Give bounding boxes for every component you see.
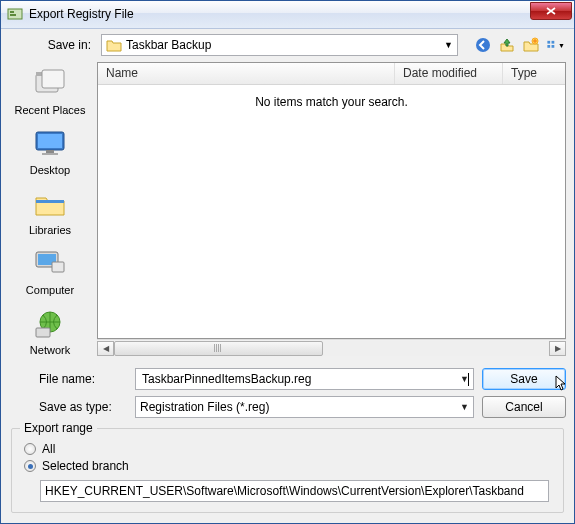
svg-rect-5: [547, 41, 550, 44]
toolbar-nav-icons: ▼: [472, 34, 566, 56]
svg-rect-14: [46, 150, 54, 153]
places-bar: Recent Places Desktop Libraries Computer…: [9, 62, 91, 356]
svg-rect-13: [38, 134, 62, 148]
save-button[interactable]: Save: [482, 368, 566, 390]
savetype-label: Save as type:: [9, 400, 127, 414]
radio-selected-branch[interactable]: Selected branch: [24, 459, 551, 473]
desktop-icon: [30, 126, 70, 162]
radio-icon: [24, 460, 36, 472]
radio-icon: [24, 443, 36, 455]
svg-rect-21: [36, 328, 50, 337]
svg-rect-19: [52, 262, 64, 272]
file-list[interactable]: Name Date modified Type No items match y…: [97, 62, 566, 339]
libraries-icon: [30, 186, 70, 222]
places-desktop[interactable]: Desktop: [30, 126, 70, 176]
up-one-level-button[interactable]: [496, 34, 518, 56]
svg-point-3: [476, 38, 490, 52]
svg-rect-7: [547, 45, 550, 48]
branch-path-input[interactable]: [40, 480, 549, 502]
recent-places-icon: [30, 66, 70, 102]
views-menu-button[interactable]: ▼: [544, 34, 566, 56]
cancel-button[interactable]: Cancel: [482, 396, 566, 418]
back-button[interactable]: [472, 34, 494, 56]
svg-rect-2: [10, 14, 16, 16]
places-computer[interactable]: Computer: [26, 246, 74, 296]
computer-icon: [30, 246, 70, 282]
places-libraries[interactable]: Libraries: [29, 186, 71, 236]
export-range-legend: Export range: [20, 421, 97, 435]
save-in-value: Taskbar Backup: [126, 38, 211, 52]
dialog-body: Recent Places Desktop Libraries Computer…: [1, 62, 574, 362]
places-recent[interactable]: Recent Places: [15, 66, 86, 116]
svg-rect-15: [42, 153, 58, 155]
chevron-down-icon[interactable]: ▼: [460, 402, 469, 412]
filename-input[interactable]: ▼: [135, 368, 474, 390]
titlebar: Export Registry File: [1, 1, 574, 29]
regedit-icon: [7, 6, 23, 22]
export-registry-dialog: Export Registry File Save in: Taskbar Ba…: [0, 0, 575, 524]
filename-label: File name:: [9, 372, 127, 386]
column-headers: Name Date modified Type: [98, 63, 565, 85]
chevron-down-icon[interactable]: ▼: [460, 374, 469, 384]
save-in-toolbar: Save in: Taskbar Backup ▼ ▼: [1, 29, 574, 62]
column-type[interactable]: Type: [503, 63, 565, 84]
horizontal-scrollbar[interactable]: ◀ ▶: [97, 339, 566, 356]
savetype-value: Registration Files (*.reg): [140, 400, 269, 414]
svg-rect-1: [10, 11, 14, 13]
folder-icon: [106, 37, 122, 53]
empty-message: No items match your search.: [98, 95, 565, 109]
scroll-left-button[interactable]: ◀: [97, 341, 114, 356]
radio-all[interactable]: All: [24, 442, 551, 456]
svg-rect-8: [552, 45, 555, 48]
scroll-track[interactable]: [114, 341, 549, 356]
save-in-label: Save in:: [9, 38, 95, 52]
scroll-thumb[interactable]: [114, 341, 323, 356]
filename-field[interactable]: [140, 371, 467, 387]
svg-rect-16: [36, 200, 64, 203]
filename-form: File name: ▼ Save Save as type: Registra…: [1, 362, 574, 426]
column-name[interactable]: Name: [98, 63, 395, 84]
column-date[interactable]: Date modified: [395, 63, 503, 84]
file-list-wrap: Name Date modified Type No items match y…: [97, 62, 566, 356]
close-button[interactable]: [530, 2, 572, 20]
window-title: Export Registry File: [29, 7, 530, 21]
scroll-right-button[interactable]: ▶: [549, 341, 566, 356]
chevron-down-icon: ▼: [558, 42, 565, 49]
new-folder-button[interactable]: [520, 34, 542, 56]
svg-rect-11: [42, 70, 64, 88]
save-in-dropdown[interactable]: Taskbar Backup ▼: [101, 34, 458, 56]
network-icon: [30, 306, 70, 342]
chevron-down-icon: ▼: [444, 40, 453, 50]
export-range-group: Export range All Selected branch: [11, 428, 564, 513]
places-network[interactable]: Network: [30, 306, 70, 356]
svg-rect-6: [552, 41, 555, 44]
savetype-dropdown[interactable]: Registration Files (*.reg) ▼: [135, 396, 474, 418]
cursor-icon: [555, 375, 569, 396]
